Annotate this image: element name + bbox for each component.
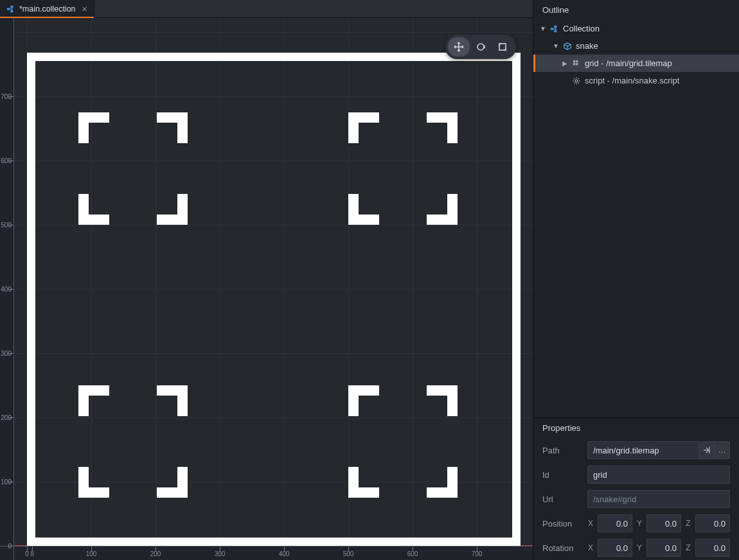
axis-label: X [587,543,594,552]
svg-rect-4 [499,44,506,50]
axis-label: Z [685,543,691,552]
gear-icon [572,76,581,85]
svg-rect-9 [576,60,578,62]
prop-label: Id [542,470,581,480]
move-tool-button[interactable] [448,37,470,57]
ruler-corner [0,546,14,560]
position-z-input[interactable] [695,514,730,532]
prop-label: Url [542,494,581,504]
tab-bar: *main.collection × [0,0,533,18]
svg-rect-10 [573,63,576,66]
outline-title: Outline [533,0,739,20]
canvas-container: 0100200300400500600700 01002003004 [0,18,533,560]
properties-title: Properties [533,418,739,438]
node-label: script - /main/snake.script [585,76,679,85]
chevron-right-icon[interactable] [562,60,568,67]
chevron-down-icon[interactable] [553,42,559,49]
node-label: snake [576,41,598,51]
outline-node-script[interactable]: script - /main/snake.script [533,72,739,89]
outline-node-collection[interactable]: Collection [533,20,739,37]
svg-rect-5 [551,28,553,30]
url-field: /snake#grid [587,490,730,508]
outline-node-snake[interactable]: snake [533,37,739,55]
svg-point-12 [575,80,578,82]
prop-label: Rotation [542,543,581,553]
prop-row-url: Url /snake#grid [533,487,739,511]
rotation-z-input[interactable] [695,539,730,557]
collection-icon [6,4,15,13]
id-field[interactable]: grid [587,466,730,484]
position-x-input[interactable] [598,514,632,532]
editor-area: *main.collection × 010020030040050060070… [0,0,533,560]
prop-label: Path [542,446,581,455]
scene-canvas[interactable] [14,18,533,546]
path-field[interactable]: /main/grid.tilemap [587,441,699,459]
svg-rect-0 [7,8,10,10]
close-icon[interactable]: × [82,4,87,13]
viewport-toolbar [445,35,516,59]
rotation-y-input[interactable] [646,539,681,557]
prop-row-id: Id grid [533,462,739,487]
node-label: grid - /main/grid.tilemap [585,58,672,68]
svg-rect-8 [573,60,576,62]
prop-row-path: Path /main/grid.tilemap … [533,438,739,462]
ruler-horizontal: 01002003004005006007008 [14,546,533,560]
cube-icon [563,42,572,51]
axis-label: X [587,519,594,528]
axis-label: Y [636,543,643,552]
properties-panel: Properties Path /main/grid.tilemap … Id … [533,417,739,560]
right-panel: Outline Collection snake grid - /main/gr… [533,0,739,560]
tab-main-collection[interactable]: *main.collection × [0,0,94,17]
prop-label: Position [542,519,581,529]
scale-tool-button[interactable] [492,37,513,57]
position-y-input[interactable] [646,514,681,532]
outline-tree: Collection snake grid - /main/grid.tilem… [533,20,739,417]
chevron-down-icon[interactable] [540,25,546,32]
browse-button[interactable]: … [715,441,730,459]
svg-line-18 [578,82,579,83]
collection-icon [550,24,559,33]
rotate-tool-button[interactable] [470,37,492,57]
svg-line-20 [574,82,574,83]
node-label: Collection [563,24,600,33]
svg-point-3 [477,44,484,50]
svg-rect-11 [576,63,578,66]
goto-resource-button[interactable] [699,441,715,459]
prop-row-position: Position X Y Z [533,511,739,536]
outline-node-grid[interactable]: grid - /main/grid.tilemap [533,55,739,72]
svg-line-19 [578,78,579,79]
svg-line-17 [574,78,574,79]
rotation-x-input[interactable] [598,539,632,557]
tilemap-icon [572,59,581,68]
prop-row-rotation: Rotation X Y Z [533,536,739,560]
tab-title: *main.collection [19,4,76,13]
ruler-vertical: 0100200300400500600700 [0,18,14,546]
axis-label: Y [636,519,643,528]
axis-label: Z [685,519,691,528]
